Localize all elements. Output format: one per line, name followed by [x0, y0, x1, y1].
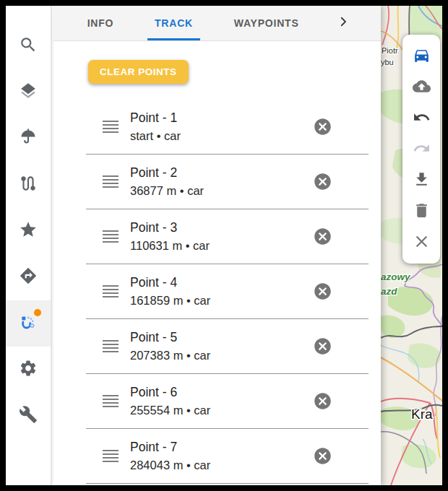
track-panel: INFO TRACK WAYPOINTS CLEAR POINTS Point … [53, 6, 381, 485]
notification-dot [34, 309, 41, 316]
download-button[interactable] [402, 165, 440, 196]
point-subtitle: 255554 m • car [130, 402, 313, 419]
point-row[interactable]: Point - 5 207383 m • car [86, 319, 369, 374]
delete-point-button[interactable] [313, 391, 332, 411]
sidebar-item-tools[interactable] [6, 393, 51, 439]
sidebar-item-favorites[interactable] [6, 208, 51, 254]
point-title: Point - 5 [130, 329, 313, 347]
circle-x-icon [313, 282, 332, 301]
point-title: Point - 3 [130, 219, 313, 237]
circle-x-icon [313, 172, 332, 191]
point-row[interactable]: Point - 1 start • car [86, 100, 369, 155]
point-text: Point - 2 36877 m • car [130, 164, 313, 199]
umbrella-icon [19, 128, 38, 149]
route-icon [19, 174, 38, 196]
tabs-overflow-button[interactable] [332, 6, 354, 40]
point-row[interactable]: Point - 2 36877 m • car [86, 155, 369, 209]
point-subtitle: 110631 m • car [130, 238, 313, 254]
point-text: Point - 1 start • car [130, 109, 313, 144]
clear-points-button[interactable]: CLEAR POINTS [88, 60, 189, 84]
search-icon [19, 35, 38, 57]
sidebar-item-route[interactable] [6, 162, 51, 208]
point-row[interactable]: Point - 3 110631 m • car [86, 209, 369, 264]
point-text: Point - 4 161859 m • car [130, 274, 313, 308]
drag-handle-icon[interactable] [103, 285, 119, 297]
chevron-right-icon [337, 15, 350, 31]
upload-button[interactable] [402, 71, 440, 103]
close-icon [413, 233, 431, 253]
layers-icon [19, 82, 38, 103]
delete-point-button[interactable] [313, 227, 332, 246]
point-subtitle: 36877 m • car [130, 183, 313, 199]
point-row[interactable]: Point - 4 161859 m • car [86, 264, 369, 319]
delete-point-button[interactable] [313, 282, 332, 301]
point-title: Point - 2 [130, 164, 313, 182]
point-text: Point - 7 284043 m • car [130, 438, 313, 473]
trash-icon [413, 201, 431, 222]
map-place-label: ybu [381, 58, 394, 66]
point-title: Point - 6 [130, 383, 313, 401]
drag-handle-icon[interactable] [103, 450, 119, 462]
redo-icon [413, 139, 431, 160]
sidebar-item-search[interactable] [6, 23, 51, 69]
sidebar-item-settings[interactable] [6, 347, 51, 393]
point-title: Point - 4 [130, 274, 313, 292]
track-edit-icon [19, 313, 38, 334]
point-title: Point - 1 [130, 109, 313, 127]
circle-x-icon [313, 227, 332, 246]
gear-icon [19, 359, 38, 381]
left-toolbar [6, 6, 52, 485]
wrench-icon [19, 405, 38, 427]
delete-track-button[interactable] [402, 196, 440, 227]
point-subtitle: start • car [130, 128, 313, 144]
panel-tabbar: INFO TRACK WAYPOINTS [53, 6, 381, 41]
circle-x-icon [313, 117, 332, 136]
map-place-label: Piotr [382, 46, 398, 55]
point-subtitle: 284043 m • car [130, 457, 313, 474]
tab-info[interactable]: INFO [80, 6, 121, 40]
undo-button[interactable] [402, 103, 440, 134]
app-window: INFO TRACK WAYPOINTS CLEAR POINTS Point … [0, 0, 448, 491]
point-row[interactable]: Point - 6 255554 m • car [86, 374, 369, 429]
point-subtitle: 161859 m • car [130, 292, 313, 309]
cloud-upload-icon [413, 77, 431, 97]
track-tab-content: CLEAR POINTS Point - 1 start • car [53, 41, 381, 485]
sidebar-item-directions[interactable] [6, 254, 51, 300]
drag-handle-icon[interactable] [103, 395, 119, 407]
drag-handle-icon[interactable] [103, 340, 119, 352]
undo-icon [413, 108, 431, 129]
map-city-label: Kra [411, 407, 433, 422]
download-icon [413, 170, 431, 191]
sidebar-item-layers[interactable] [6, 69, 51, 116]
point-row[interactable]: Point - 7 284043 m • car [86, 429, 369, 484]
delete-point-button[interactable] [313, 117, 332, 136]
sidebar-item-track-editor[interactable] [6, 300, 51, 347]
point-text: Point - 5 207383 m • car [130, 329, 313, 363]
tab-waypoints[interactable]: WAYPOINTS [227, 6, 306, 40]
delete-point-button[interactable] [313, 336, 332, 356]
drag-handle-icon[interactable] [103, 230, 119, 243]
sidebar-item-umbrella[interactable] [6, 116, 51, 162]
circle-x-icon [313, 336, 332, 356]
point-subtitle: 207383 m • car [130, 347, 313, 364]
drag-handle-icon[interactable] [103, 175, 119, 188]
redo-button[interactable] [402, 134, 440, 165]
point-title: Point - 7 [130, 438, 313, 456]
circle-x-icon [313, 446, 332, 466]
delete-point-button[interactable] [313, 172, 332, 191]
points-list: Point - 1 start • car Point - 2 36877 m … [86, 100, 369, 484]
star-icon [19, 220, 38, 242]
drag-handle-icon[interactable] [103, 121, 119, 133]
routing-mode-car-button[interactable] [402, 40, 440, 71]
directions-icon [19, 266, 38, 288]
close-toolbar-button[interactable] [402, 227, 440, 258]
point-text: Point - 3 110631 m • car [130, 219, 313, 253]
track-edit-toolbar [402, 35, 440, 264]
map-park-label: azowy [381, 271, 411, 282]
tab-track[interactable]: TRACK [147, 6, 200, 40]
point-text: Point - 6 255554 m • car [130, 383, 313, 418]
circle-x-icon [313, 391, 332, 411]
delete-point-button[interactable] [313, 446, 332, 466]
map-park-label: azd [381, 286, 397, 297]
car-icon [413, 46, 431, 66]
